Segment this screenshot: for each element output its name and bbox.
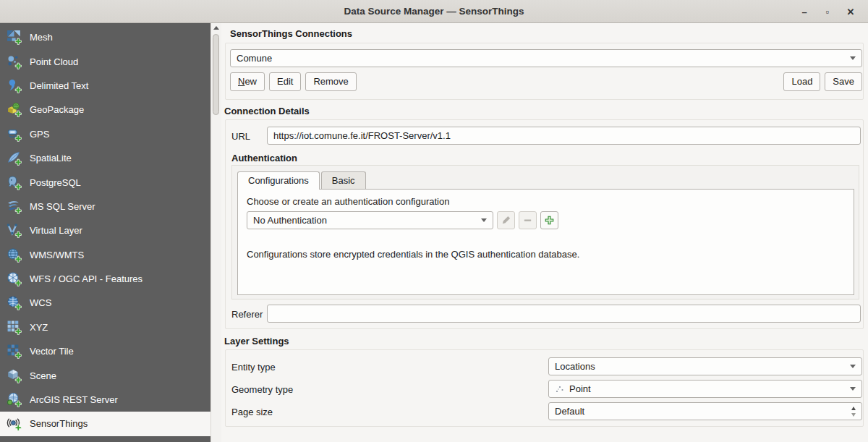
sidebar-item-wfs[interactable]: WFS / OGC API - Features <box>0 267 210 291</box>
minimize-button[interactable]: – <box>793 7 816 17</box>
sidebar-item-label: PostgreSQL <box>30 177 81 188</box>
minus-icon <box>522 215 533 226</box>
point-cloud-icon <box>7 54 22 69</box>
sidebar-item-label: WFS / OGC API - Features <box>30 273 142 284</box>
xyz-icon <box>7 320 22 335</box>
arcgis-rest-server-icon <box>7 392 22 407</box>
point-geometry-icon <box>555 384 565 394</box>
page-size-label: Page size <box>231 407 273 417</box>
sidebar-item-label: WCS <box>30 297 51 308</box>
titlebar: Data Source Manager — SensorThings – ▫ ✕ <box>0 0 868 23</box>
sidebar-item-label: GPS <box>30 129 49 140</box>
remove-button[interactable]: Remove <box>305 72 356 91</box>
close-button[interactable]: ✕ <box>839 7 862 17</box>
load-button[interactable]: Load <box>783 72 820 91</box>
scrollbar-up-arrow-icon[interactable] <box>211 23 221 33</box>
sidebar-item-vector-tile[interactable]: Vector Tile <box>0 339 210 363</box>
sidebar-item-label: GeoPackage <box>30 104 84 115</box>
remove-config-button[interactable] <box>519 211 537 229</box>
page-size-value: Default <box>555 406 584 417</box>
geometry-type-select[interactable]: Point <box>548 380 862 398</box>
connection-details-heading: Connection Details <box>224 106 310 116</box>
referer-input[interactable] <box>267 305 861 323</box>
url-input[interactable] <box>267 127 861 145</box>
spinner-arrows[interactable] <box>851 407 856 417</box>
sidebar-item-gps[interactable]: GPS <box>0 122 210 146</box>
auth-config-row: No Authentication <box>247 211 558 229</box>
sidebar-item-label: Vector Tile <box>30 346 74 357</box>
save-button[interactable]: Save <box>825 72 862 91</box>
wfs-ogc-api-icon <box>7 271 22 286</box>
virtual-layer-icon <box>7 223 22 238</box>
sidebar-item-label: SensorThings <box>30 418 88 429</box>
new-button[interactable]: New <box>230 72 265 91</box>
auth-tabs: Configurations Basic <box>237 171 367 189</box>
sidebar-item-xyz[interactable]: XYZ <box>0 315 210 339</box>
connection-edit-buttons: New Edit Remove <box>230 72 357 91</box>
geometry-type-label: Geometry type <box>231 384 293 395</box>
entity-type-value: Locations <box>555 361 595 372</box>
sidebar-item-sensorthings[interactable]: SensorThings <box>0 412 210 435</box>
chevron-down-icon <box>850 56 856 60</box>
connection-select-value: Comune <box>237 53 272 64</box>
gps-icon <box>7 127 22 142</box>
window-controls: – ▫ ✕ <box>793 0 862 23</box>
sidebar-item-label: ArcGIS REST Server <box>30 394 118 405</box>
entity-type-label: Entity type <box>231 362 276 373</box>
scrollbar-thumb[interactable] <box>213 34 219 115</box>
sidebar-item-spatialite[interactable]: SpatiaLite <box>0 146 210 170</box>
tab-basic[interactable]: Basic <box>321 171 366 189</box>
connections-heading: SensorThings Connections <box>230 28 352 39</box>
referer-label: Referer <box>231 309 263 320</box>
sidebar-item-delimited-text[interactable]: Delimited Text <box>0 74 210 98</box>
connection-io-buttons: Load Save <box>783 72 862 91</box>
sidebar-item-label: Point Cloud <box>30 56 78 67</box>
sensorthings-panel: SensorThings Connections Comune New Edit… <box>221 23 868 442</box>
chevron-down-icon <box>481 218 487 222</box>
delimited-text-icon <box>7 78 22 93</box>
page-size-spinbox[interactable]: Default <box>548 402 862 420</box>
sidebar-item-label: XYZ <box>30 322 48 333</box>
add-config-button[interactable] <box>540 211 558 229</box>
auth-config-select-value: No Authentication <box>253 215 327 226</box>
connection-select[interactable]: Comune <box>230 49 862 67</box>
auth-config-select[interactable]: No Authentication <box>247 211 493 229</box>
url-label: URL <box>231 131 250 142</box>
spinner-down-icon[interactable] <box>851 413 856 417</box>
sidebar-item-virtual-layer[interactable]: Virtual Layer <box>0 218 210 242</box>
vector-tile-icon <box>7 344 22 359</box>
edit-button[interactable]: Edit <box>269 72 301 91</box>
configurations-tab-panel: Choose or create an authentication confi… <box>237 189 854 295</box>
spinner-up-icon[interactable] <box>851 407 856 410</box>
layer-settings-heading: Layer Settings <box>224 336 289 347</box>
spatialite-icon <box>7 150 22 166</box>
sidebar-item-label: Virtual Layer <box>30 225 82 236</box>
sidebar-item-wms-wmts[interactable]: WMS/WMTS <box>0 243 210 267</box>
main-scrollbar <box>210 23 221 442</box>
tab-configurations[interactable]: Configurations <box>237 171 320 190</box>
sidebar-item-label: MS SQL Server <box>30 201 95 212</box>
pencil-icon <box>501 215 511 226</box>
connection-buttons-row: New Edit Remove Load Save <box>230 72 862 91</box>
sidebar-item-label: Delimited Text <box>30 80 88 91</box>
edit-config-button[interactable] <box>497 211 515 229</box>
sidebar-item-mesh[interactable]: Mesh <box>0 25 210 49</box>
authentication-heading: Authentication <box>231 153 297 163</box>
sidebar-item-label: SpatiaLite <box>30 153 72 163</box>
sidebar-item-label: Mesh <box>30 32 53 43</box>
sidebar-item-arcgis-rest-server[interactable]: ArcGIS REST Server <box>0 388 210 412</box>
chevron-down-icon <box>850 365 856 368</box>
sidebar-item-wcs[interactable]: WCS <box>0 291 210 315</box>
maximize-button[interactable]: ▫ <box>816 7 839 17</box>
sidebar-item-scene[interactable]: Scene <box>0 363 210 387</box>
mesh-icon <box>7 30 22 45</box>
source-type-sidebar: Mesh Point Cloud Delimited Text GeoPacka… <box>0 23 210 442</box>
sidebar-item-geopackage[interactable]: GeoPackage <box>0 98 210 122</box>
auth-choose-label: Choose or create an authentication confi… <box>247 196 449 207</box>
sidebar-item-postgresql[interactable]: PostgreSQL <box>0 170 210 194</box>
sidebar-item-ms-sql-server[interactable]: MS SQL Server <box>0 195 210 218</box>
sidebar-item-point-cloud[interactable]: Point Cloud <box>0 49 210 73</box>
chevron-down-icon <box>850 387 856 391</box>
entity-type-select[interactable]: Locations <box>548 357 862 375</box>
geopackage-icon <box>7 102 22 117</box>
